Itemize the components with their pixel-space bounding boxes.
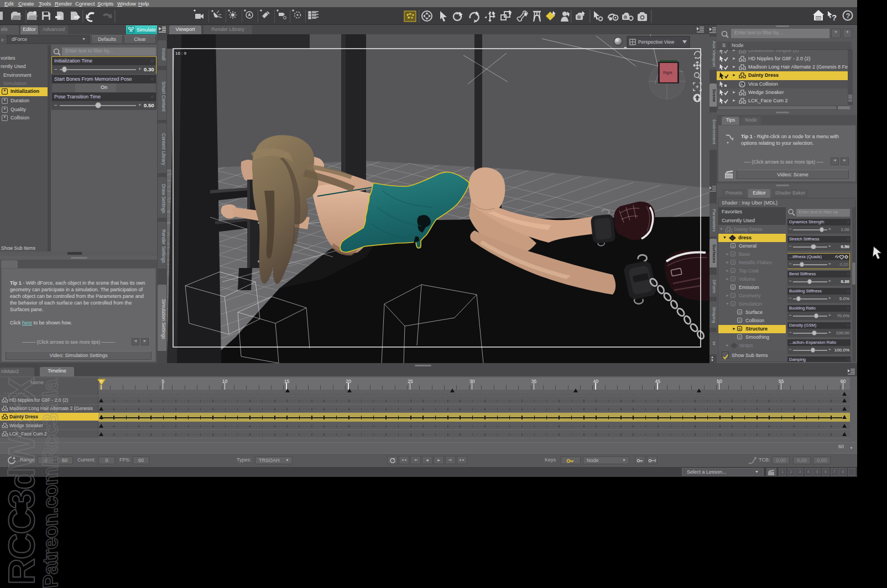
svg-text:?: ? xyxy=(832,13,837,22)
svg-text:16 : 9: 16 : 9 xyxy=(175,51,187,56)
svg-text:DS: DS xyxy=(816,17,821,20)
svg-text:RCC3dWorX: RCC3dWorX xyxy=(1,477,42,585)
svg-text:?: ? xyxy=(846,12,851,20)
svg-text:Right: Right xyxy=(663,71,672,75)
svg-text:Perspective View: Perspective View xyxy=(638,39,675,45)
svg-text:Patreon.com/Rcc3dila: Patreon.com/Rcc3dila xyxy=(39,477,62,588)
